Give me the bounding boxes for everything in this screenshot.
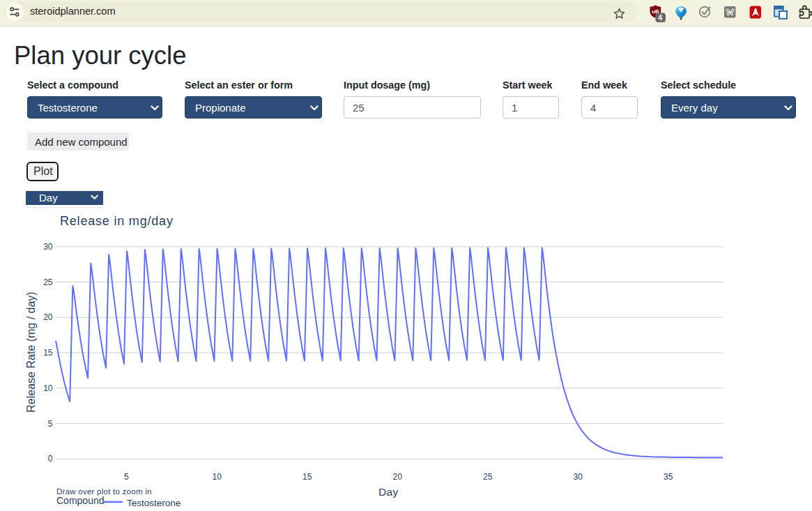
svg-text:4: 4 [658,13,662,22]
